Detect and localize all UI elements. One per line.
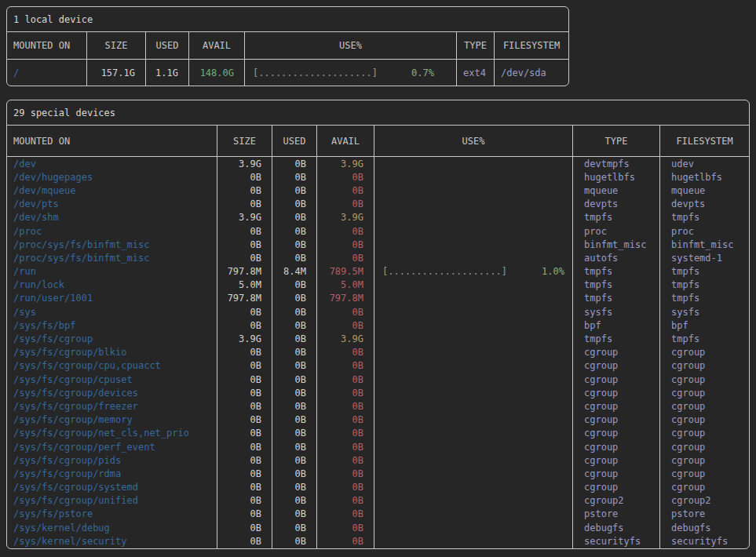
type-cell: sysfs <box>573 305 660 319</box>
used-cell: 0B <box>272 157 317 170</box>
use-percent-cell <box>374 359 573 373</box>
type-cell: bpf <box>573 319 660 332</box>
type-cell: cgroup <box>573 386 660 399</box>
table-row: /dev/pts0B0B0Bdevptsdevpts <box>7 198 749 211</box>
use-percent-cell <box>374 319 573 332</box>
avail-cell: 0B <box>317 534 374 548</box>
used-cell: 0B <box>272 399 317 413</box>
used-cell: 0B <box>272 278 317 292</box>
table-row: /sys/fs/cgroup/perf_event0B0B0Bcgroupcgr… <box>7 440 749 453</box>
use-percent-cell <box>374 373 573 386</box>
usage-percent: 1.0% <box>542 266 564 277</box>
mounted-on-cell: /sys/fs/cgroup <box>7 332 217 345</box>
column-header: USE% <box>374 126 573 156</box>
size-cell: 0B <box>217 481 272 494</box>
filesystem-cell: cgroup <box>660 481 749 494</box>
column-header: FILESYSTEM <box>660 126 749 156</box>
filesystem-cell: cgroup <box>660 467 749 480</box>
filler-cell <box>7 548 217 548</box>
type-cell: debugfs <box>573 521 660 534</box>
table-row: /sys/fs/cgroup/cpuset0B0B0Bcgroupcgroup <box>7 373 749 386</box>
mounted-on-cell: /sys/fs/cgroup/blkio <box>7 346 217 359</box>
use-percent-cell <box>374 157 573 170</box>
type-cell: cgroup <box>573 373 660 386</box>
table-row: /sys/fs/bpf0B0B0Bbpfbpf <box>7 319 749 332</box>
type-cell: cgroup <box>573 453 660 467</box>
filesystem-cell: sysfs <box>660 305 749 319</box>
filesystem-cell: proc <box>660 224 749 238</box>
type-cell: tmpfs <box>573 278 660 292</box>
type-cell: tmpfs <box>573 292 660 305</box>
use-percent-cell <box>374 292 573 305</box>
filesystem-cell: pstore <box>660 508 749 521</box>
type-cell: cgroup <box>573 399 660 413</box>
filesystem-cell: cgroup <box>660 399 749 413</box>
table-row: /sys/fs/cgroup/rdma0B0B0Bcgroupcgroup <box>7 467 749 480</box>
size-cell: 0B <box>217 521 272 534</box>
type-cell: hugetlbfs <box>573 170 660 184</box>
column-header: USED <box>272 126 317 156</box>
table-row: /run/user/1001797.8M0B797.8Mtmpfstmpfs <box>7 292 749 305</box>
used-cell: 0B <box>272 224 317 238</box>
size-cell: 0B <box>217 467 272 480</box>
type-cell: securityfs <box>573 534 660 548</box>
table-row: /sys/fs/cgroup/pids0B0B0Bcgroupcgroup <box>7 453 749 467</box>
avail-cell: 3.9G <box>317 332 374 345</box>
mounted-on-cell: /proc <box>7 224 217 238</box>
use-percent-cell <box>374 386 573 399</box>
use-percent-cell <box>374 332 573 345</box>
size-cell: 3.9G <box>217 157 272 170</box>
special-devices-table: 29 special devices MOUNTED ONSIZEUSEDAVA… <box>6 100 750 549</box>
size-cell: 157.1G <box>87 60 146 86</box>
filler-cell <box>217 548 272 548</box>
header-row: MOUNTED ONSIZEUSEDAVAILUSE%TYPEFILESYSTE… <box>7 32 568 60</box>
size-cell: 797.8M <box>217 265 272 278</box>
avail-cell: 0B <box>317 413 374 427</box>
use-percent-cell <box>374 453 573 467</box>
mounted-on-cell: /dev/hugepages <box>7 170 217 184</box>
mounted-on-cell: /run <box>7 265 217 278</box>
mounted-on-cell: /sys/fs/bpf <box>7 319 217 332</box>
mounted-on-cell: /sys/fs/cgroup/cpuset <box>7 373 217 386</box>
table-row: /sys/fs/cgroup/devices0B0B0Bcgroupcgroup <box>7 386 749 399</box>
avail-cell: 0B <box>317 508 374 521</box>
avail-cell: 0B <box>317 373 374 386</box>
mounted-on-cell: /sys/fs/cgroup/net_cls,net_prio <box>7 427 217 440</box>
used-cell: 0B <box>272 305 317 319</box>
avail-cell: 0B <box>317 305 374 319</box>
column-header: SIZE <box>87 32 146 59</box>
filesystem-cell: cgroup <box>660 373 749 386</box>
size-cell: 0B <box>217 224 272 238</box>
use-percent-cell <box>374 521 573 534</box>
usage-bar: [....................] <box>253 67 378 78</box>
size-cell: 0B <box>217 413 272 427</box>
filesystem-cell: /dev/sda <box>495 60 568 86</box>
used-cell: 0B <box>272 494 317 508</box>
avail-cell: 0B <box>317 399 374 413</box>
avail-cell: 5.0M <box>317 278 374 292</box>
special-table-title-row: 29 special devices <box>7 100 749 126</box>
mounted-on-cell: /sys/fs/cgroup/cpu,cpuacct <box>7 359 217 373</box>
table-row: /sys/fs/cgroup/memory0B0B0Bcgroupcgroup <box>7 413 749 427</box>
size-cell: 0B <box>217 184 272 197</box>
type-cell: pstore <box>573 508 660 521</box>
avail-cell: 0B <box>317 440 374 453</box>
table-row: /sys/fs/cgroup/cpu,cpuacct0B0B0Bcgroupcg… <box>7 359 749 373</box>
filesystem-cell: cgroup <box>660 440 749 453</box>
type-cell: cgroup2 <box>573 494 660 508</box>
used-cell: 8.4M <box>272 265 317 278</box>
mounted-on-cell: /sys/fs/cgroup/unified <box>7 494 217 508</box>
header-row: MOUNTED ONSIZEUSEDAVAILUSE%TYPEFILESYSTE… <box>7 126 749 157</box>
type-cell: binfmt_misc <box>573 238 660 251</box>
filesystem-cell: cgroup2 <box>660 494 749 508</box>
use-percent-cell <box>374 481 573 494</box>
filesystem-cell: devpts <box>660 198 749 211</box>
used-cell: 0B <box>272 292 317 305</box>
avail-cell: 0B <box>317 386 374 399</box>
size-cell: 797.8M <box>217 292 272 305</box>
mounted-on-cell: /dev/pts <box>7 198 217 211</box>
type-cell: devpts <box>573 198 660 211</box>
use-percent-cell <box>374 198 573 211</box>
avail-cell: 3.9G <box>317 157 374 170</box>
used-cell: 0B <box>272 184 317 197</box>
